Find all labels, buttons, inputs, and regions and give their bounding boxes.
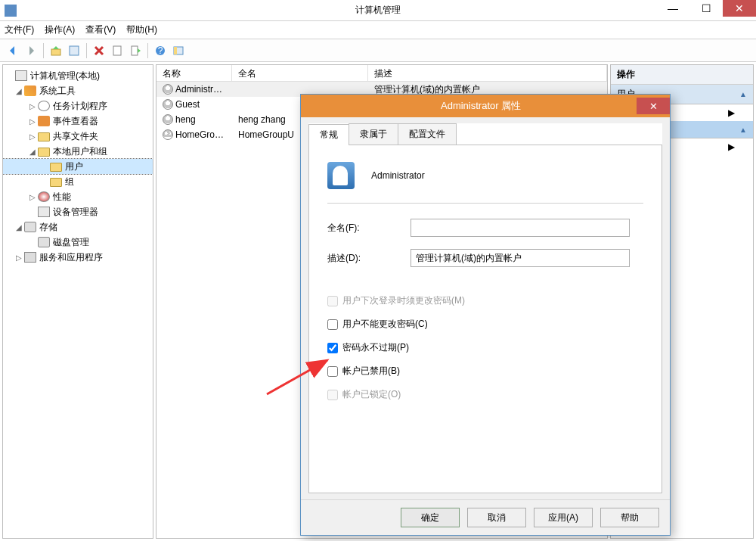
tree-perf[interactable]: ▷ 性能 (3, 189, 153, 204)
computer-icon (15, 70, 27, 81)
expander-icon[interactable]: ▷ (27, 117, 38, 126)
tree-systools[interactable]: ◢ 系统工具 (3, 83, 153, 98)
tree-label: 设备管理器 (53, 206, 98, 219)
tab-strip: 常规 隶属于 配置文件 (308, 123, 662, 145)
col-desc[interactable]: 描述 (368, 65, 607, 81)
svg-rect-2 (113, 46, 121, 55)
expander-icon[interactable]: ▷ (14, 253, 24, 262)
checkbox[interactable] (327, 366, 338, 377)
tools-icon (24, 86, 36, 96)
tree-task[interactable]: ▷ 任务计划程序 (3, 98, 153, 113)
chk-account-disabled[interactable]: 帐户已禁用(B) (327, 365, 643, 378)
window-title: 计算机管理 (0, 4, 756, 17)
expander-icon[interactable]: ▷ (27, 132, 38, 141)
svg-text:?: ? (158, 45, 163, 56)
folder-icon (38, 132, 50, 141)
dialog-titlebar[interactable]: Administrator 属性 ? ✕ (301, 95, 670, 117)
ok-button[interactable]: 确定 (401, 508, 460, 527)
properties-icon[interactable] (66, 42, 82, 59)
chk-never-expire[interactable]: 密码永不过期(P) (327, 341, 643, 354)
tree-users[interactable]: 用户 (3, 159, 153, 174)
cell-name: Administrat... (175, 84, 228, 95)
fullname-input[interactable] (411, 219, 630, 237)
checkbox[interactable] (327, 343, 338, 353)
cancel-button[interactable]: 取消 (467, 508, 526, 527)
folder-icon (50, 178, 62, 187)
forward-icon[interactable] (23, 42, 39, 59)
expander-icon[interactable]: ▷ (27, 193, 38, 201)
maximize-button[interactable]: ☐ (689, 0, 723, 17)
tree-disk[interactable]: 磁盘管理 (3, 235, 153, 250)
tree-label: 系统工具 (39, 85, 76, 98)
minimize-button[interactable]: — (656, 0, 689, 17)
checkbox[interactable] (327, 319, 338, 330)
tree-device[interactable]: 设备管理器 (3, 204, 153, 219)
help-button[interactable]: 帮助 (600, 508, 659, 527)
tree-panel[interactable]: 计算机管理(本地) ◢ 系统工具 ▷ 任务计划程序 ▷ 事件查看器 ▷ 共享文件… (2, 64, 153, 539)
menu-file[interactable]: 文件(F) (5, 23, 34, 36)
tree-storage[interactable]: ◢ 存储 (3, 219, 153, 235)
chk-cannot-change[interactable]: 用户不能更改密码(C) (327, 318, 643, 331)
tree-services[interactable]: ▷ 服务和应用程序 (3, 250, 153, 265)
help-icon[interactable]: ? (152, 42, 169, 59)
folder-icon (50, 163, 62, 172)
expander-icon[interactable]: ◢ (27, 148, 38, 156)
description-input[interactable] (411, 249, 630, 267)
actions-header: 操作 (611, 65, 753, 85)
close-button[interactable]: ✕ (723, 0, 756, 17)
tree-event[interactable]: ▷ 事件查看器 (3, 113, 153, 129)
separator (43, 43, 44, 58)
dialog-close-button[interactable]: ✕ (637, 98, 670, 114)
user-icon (163, 129, 173, 140)
page-icon[interactable] (109, 42, 125, 59)
up-icon[interactable] (48, 42, 64, 59)
export-icon[interactable] (127, 42, 144, 59)
tree-localusers[interactable]: ◢ 本地用户和组 (3, 144, 153, 159)
collapse-icon[interactable]: ▲ (739, 90, 747, 98)
checkbox (327, 296, 338, 306)
chevron-right-icon: ▶ (728, 107, 735, 118)
tree-share[interactable]: ▷ 共享文件夹 (3, 129, 153, 144)
clock-icon (38, 101, 50, 111)
svg-rect-7 (174, 47, 177, 54)
col-fullname[interactable]: 全名 (232, 65, 368, 81)
menu-view[interactable]: 查看(V) (85, 23, 116, 36)
tab-profile[interactable]: 配置文件 (398, 123, 457, 145)
options-icon[interactable] (170, 42, 187, 59)
tree-groups[interactable]: 组 (3, 174, 153, 189)
user-icon (163, 99, 173, 110)
user-name-label: Administrator (371, 170, 425, 181)
delete-icon[interactable] (91, 42, 107, 59)
apply-button[interactable]: 应用(A) (534, 508, 593, 527)
checkbox-label: 帐户已禁用(B) (342, 365, 400, 378)
tree-label: 磁盘管理 (53, 236, 89, 249)
separator (86, 43, 87, 58)
event-icon (38, 116, 50, 126)
menu-help[interactable]: 帮助(H) (126, 23, 157, 36)
list-header: 名称 全名 描述 (156, 65, 607, 82)
tree-label: 计算机管理(本地) (30, 70, 100, 82)
back-icon[interactable] (5, 42, 21, 59)
tree-label: 存储 (39, 221, 57, 234)
fullname-label: 全名(F): (327, 222, 411, 235)
tab-general[interactable]: 常规 (308, 124, 349, 145)
separator (147, 43, 148, 58)
tab-memberof[interactable]: 隶属于 (349, 123, 398, 145)
cell-name: HomeGrou... (175, 129, 228, 140)
collapse-icon[interactable]: ▲ (739, 126, 747, 134)
col-name[interactable]: 名称 (156, 65, 232, 81)
expander-icon[interactable]: ◢ (14, 223, 24, 232)
dialog-buttons: 确定 取消 应用(A) 帮助 (301, 499, 670, 535)
perf-icon (38, 191, 50, 202)
svg-rect-0 (51, 49, 60, 55)
properties-dialog: Administrator 属性 ? ✕ 常规 隶属于 配置文件 Adminis… (300, 94, 671, 536)
menu-action[interactable]: 操作(A) (45, 23, 75, 36)
user-avatar-icon (327, 162, 355, 189)
storage-icon (24, 222, 36, 232)
svg-rect-3 (132, 46, 138, 55)
expander-icon[interactable]: ◢ (14, 87, 24, 95)
dialog-title: Administrator 属性 (305, 99, 656, 113)
expander-icon[interactable]: ▷ (27, 102, 38, 110)
tree-root[interactable]: 计算机管理(本地) (3, 68, 153, 83)
separator (327, 203, 643, 204)
